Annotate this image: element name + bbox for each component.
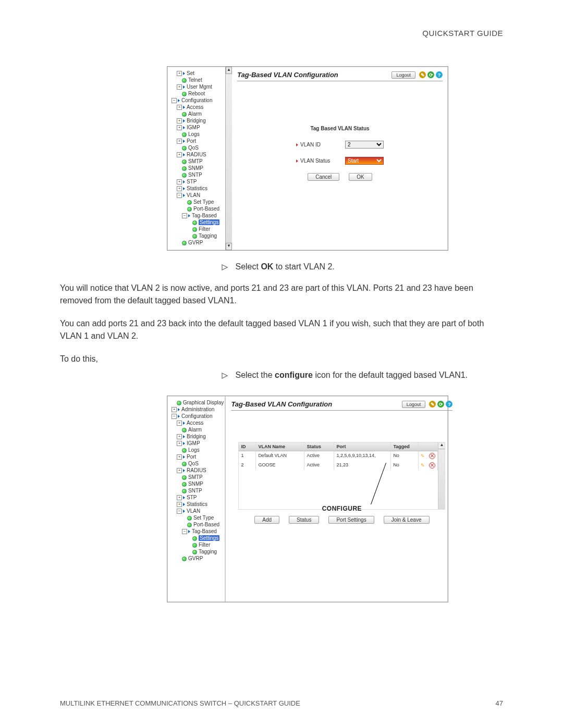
tree-item[interactable]: SNTP: [177, 487, 224, 494]
tree-item[interactable]: GVRP: [177, 239, 230, 246]
tree-item[interactable]: +Administration: [172, 406, 224, 413]
tree-item[interactable]: −Configuration: [172, 97, 230, 104]
tree-item[interactable]: +Bridging: [177, 117, 230, 124]
tree-item[interactable]: +Set: [177, 70, 230, 77]
screenshot-vlan-table: Graphical Display +Administration −Confi…: [167, 396, 448, 602]
tree-item[interactable]: −Tag-Based: [177, 528, 224, 535]
tree-item[interactable]: Set Type: [177, 514, 224, 521]
triangle-bullet-icon: [222, 264, 228, 270]
ok-button[interactable]: OK: [349, 173, 372, 181]
tree-item[interactable]: +Port: [177, 138, 230, 144]
table-row: 1 Default VLAN Active 1,2,5,6,9,10,13,14…: [239, 451, 438, 461]
logout-button[interactable]: Logout: [391, 71, 415, 79]
tree-item[interactable]: Logs: [177, 131, 230, 138]
help-icon[interactable]: ?: [436, 71, 443, 78]
tree-item[interactable]: +User Mgmt: [177, 83, 230, 90]
port-settings-button[interactable]: Port Settings: [328, 516, 374, 524]
col-id: ID: [239, 442, 256, 451]
tree-item[interactable]: Port-Based: [177, 205, 230, 212]
col-port: Port: [334, 442, 391, 451]
tree-item[interactable]: −Configuration: [172, 413, 224, 419]
tree-item[interactable]: Reboot: [177, 90, 230, 97]
tree-item-selected[interactable]: Settings: [177, 219, 230, 226]
footer-title: MULTILINK ETHERNET COMMUNICATIONS SWITCH…: [60, 699, 300, 707]
vlan-id-select[interactable]: 2: [345, 141, 384, 149]
tree-item[interactable]: QoS: [177, 144, 230, 151]
delete-icon[interactable]: [429, 462, 435, 468]
tree-item[interactable]: +Port: [177, 453, 224, 460]
tree-item[interactable]: SNMP: [177, 165, 230, 171]
instruction-step: Select the configure icon for the defaul…: [222, 371, 503, 380]
cancel-button[interactable]: Cancel: [308, 173, 339, 181]
tree-item[interactable]: GVRP: [177, 555, 224, 562]
tree-item[interactable]: Logs: [177, 447, 224, 453]
tree-item[interactable]: −Tag-Based: [177, 212, 230, 219]
col-tagged: Tagged: [391, 442, 419, 451]
tree-item[interactable]: +IGMP: [177, 124, 230, 131]
tree-item[interactable]: +Access: [177, 104, 230, 110]
tree-item[interactable]: Alarm: [177, 110, 230, 117]
body-paragraph: You can add ports 21 and 23 back into th…: [60, 317, 503, 342]
tree-item[interactable]: +Statistics: [177, 185, 230, 192]
tree-item[interactable]: SMTP: [177, 158, 230, 165]
help-icon[interactable]: ?: [446, 401, 452, 408]
refresh-icon[interactable]: ⟳: [427, 71, 434, 78]
screenshot-vlan-status: ▲ ▼ +Set Telnet +User Mgmt Reboot −Confi…: [167, 66, 448, 251]
tree-item[interactable]: SNMP: [177, 480, 224, 487]
vlan-status-select[interactable]: Start: [345, 157, 384, 165]
nav-tree: Graphical Display +Administration −Confi…: [167, 396, 226, 602]
add-button[interactable]: Add: [254, 516, 279, 524]
tree-item[interactable]: Port-Based: [177, 521, 224, 528]
status-heading: Tag Based VLAN Status: [237, 126, 443, 131]
tree-item[interactable]: +Statistics: [177, 501, 224, 508]
table-scrollbar[interactable]: ▲: [438, 442, 445, 509]
refresh-icon[interactable]: ⟳: [437, 401, 444, 408]
tree-item[interactable]: QoS: [177, 460, 224, 467]
svg-marker-0: [222, 265, 227, 270]
tree-item[interactable]: Telnet: [177, 77, 230, 83]
vlan-status-label: VLAN Status: [296, 158, 333, 164]
tree-item[interactable]: Graphical Display: [177, 399, 224, 406]
page-header: QUICKSTART GUIDE: [60, 29, 503, 38]
body-paragraph: You will notice that VLAN 2 is now activ…: [60, 282, 503, 307]
tree-item[interactable]: Set Type: [177, 199, 230, 205]
logout-button[interactable]: Logout: [402, 401, 426, 408]
tree-item[interactable]: −VLAN: [177, 192, 230, 199]
save-icon[interactable]: ✎: [429, 401, 436, 408]
tree-item[interactable]: +RADIUS: [177, 467, 224, 474]
delete-icon[interactable]: [429, 453, 435, 459]
pane-title: Tag-Based VLAN Configuration: [237, 71, 338, 79]
page-number: 47: [496, 699, 503, 707]
col-status: Status: [304, 442, 334, 451]
body-paragraph: To do this,: [60, 353, 503, 365]
tree-item[interactable]: +IGMP: [177, 440, 224, 447]
configure-callout: CONFIGURE: [322, 505, 362, 512]
tree-item[interactable]: Filter: [177, 226, 230, 232]
instruction-step: Select OK to start VLAN 2.: [222, 262, 503, 272]
table-row: 2 GOOSE Active 21,23 No ✎: [239, 461, 438, 470]
svg-marker-1: [222, 373, 227, 378]
pane-title: Tag-Based VLAN Configuration: [231, 400, 332, 408]
tree-item[interactable]: SMTP: [177, 474, 224, 480]
tree-item[interactable]: +RADIUS: [177, 151, 230, 158]
tree-item[interactable]: Filter: [177, 541, 224, 548]
save-icon[interactable]: ✎: [419, 71, 426, 78]
tree-item[interactable]: +Bridging: [177, 433, 224, 440]
tree-item-selected[interactable]: Settings: [177, 535, 224, 541]
tree-item[interactable]: Tagging: [177, 232, 230, 239]
status-button[interactable]: Status: [289, 516, 319, 524]
tree-item[interactable]: +STP: [177, 494, 224, 501]
tree-item[interactable]: −VLAN: [177, 508, 224, 514]
col-name: VLAN Name: [256, 442, 304, 451]
configure-icon[interactable]: ✎: [421, 453, 426, 459]
tree-item[interactable]: Alarm: [177, 426, 224, 433]
nav-tree: ▲ ▼ +Set Telnet +User Mgmt Reboot −Confi…: [167, 67, 232, 250]
vlan-id-label: VLAN ID: [296, 142, 333, 147]
tree-item[interactable]: +Access: [177, 419, 224, 426]
configure-icon[interactable]: ✎: [421, 463, 426, 468]
tree-item[interactable]: +STP: [177, 178, 230, 185]
tree-item[interactable]: Tagging: [177, 548, 224, 555]
triangle-bullet-icon: [222, 373, 228, 379]
tree-item[interactable]: SNTP: [177, 171, 230, 178]
join-leave-button[interactable]: Join & Leave: [384, 516, 430, 524]
